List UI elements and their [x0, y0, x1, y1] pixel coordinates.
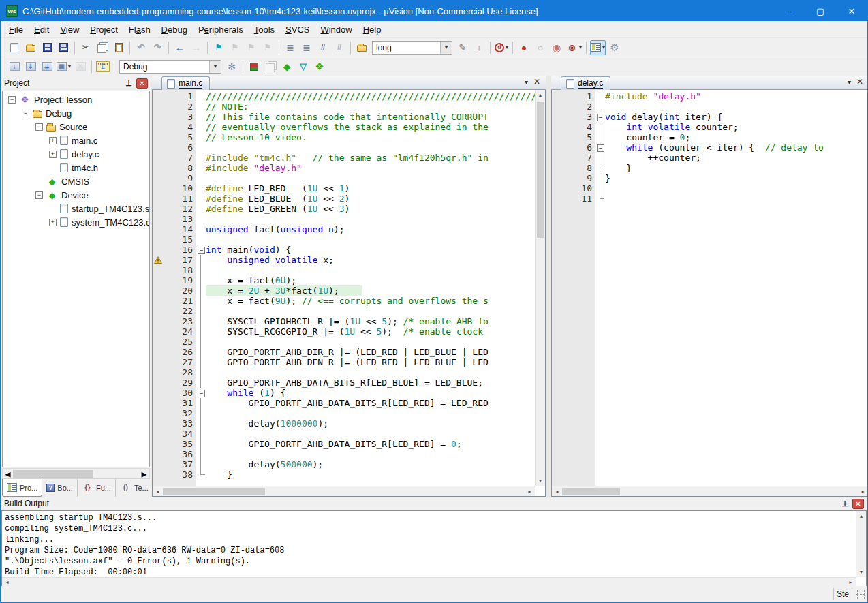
scrollbar-thumb[interactable] — [13, 470, 93, 478]
search-term-combo[interactable]: long▾ — [372, 41, 452, 55]
tree-item-main-c[interactable]: +main.c — [3, 134, 149, 147]
project-panel-close-button[interactable]: ✕ — [136, 78, 148, 89]
code-line[interactable]: 6 while (counter < iter) { // delay lo — [552, 142, 868, 153]
build-output-hscrollbar[interactable]: ◂ ▸ — [2, 577, 856, 586]
tab-close-icon[interactable]: ✕ — [856, 77, 863, 87]
code-line[interactable]: 20 x = 2U + 3U*fact(1U); — [153, 285, 535, 296]
wrench-button[interactable]: ⚙ — [607, 40, 622, 55]
code-area-right[interactable]: 1#include "delay.h"23void delay(int iter… — [552, 90, 868, 486]
editor-main-hscrollbar[interactable]: ◂ ▸ — [153, 486, 535, 496]
tab-close-icon[interactable]: ✕ — [533, 77, 540, 87]
breakpoint-toggle-all-button[interactable]: ◉ — [549, 40, 564, 55]
tab-delay-c[interactable]: delay.c — [561, 76, 610, 90]
menu-view[interactable]: View — [55, 22, 84, 37]
code-line[interactable]: 8#include "delay.h" — [153, 163, 535, 173]
code-line[interactable]: 16int main(void) { — [153, 245, 535, 255]
code-line[interactable]: 28 — [153, 367, 535, 377]
copy-button[interactable] — [95, 40, 110, 55]
chevron-down-icon[interactable]: ▾ — [440, 42, 452, 54]
bookmark-prev-button[interactable]: ⚑ — [228, 40, 243, 55]
code-line[interactable]: 32 — [153, 408, 535, 418]
bookmark-toggle-button[interactable]: ⚑ — [211, 40, 226, 55]
resize-grip[interactable] — [855, 589, 866, 600]
panel-tab-fu[interactable]: {}Fu... — [78, 479, 116, 497]
tree-expander[interactable]: + — [49, 219, 57, 226]
code-line[interactable]: 11 — [552, 194, 868, 204]
scroll-right-icon[interactable]: ▸ — [858, 486, 868, 497]
code-line[interactable]: 21 x = fact(9U); // <== corrupts and ove… — [153, 296, 535, 306]
menu-help[interactable]: Help — [358, 22, 387, 37]
build-button[interactable] — [23, 59, 38, 74]
code-line[interactable]: 29 GPIO_PORTF_AHB_DATA_BITS_R[LED_BLUE] … — [153, 377, 535, 388]
fold-marker[interactable] — [196, 245, 206, 255]
breakpoint-kill-all-button[interactable]: ⊗▾ — [565, 40, 583, 55]
panel-tab-pro[interactable]: Pro... — [2, 479, 42, 497]
scroll-left-icon[interactable]: ◂ — [3, 469, 13, 479]
paste-button[interactable] — [111, 40, 126, 55]
code-line[interactable]: 13 — [153, 214, 535, 224]
new-file-button[interactable] — [7, 40, 22, 55]
tree-expander[interactable]: − — [35, 123, 43, 131]
code-line[interactable]: 15 — [153, 234, 535, 245]
code-line[interactable]: 19 x = fact(0U); — [153, 275, 535, 285]
redo-button[interactable]: ↷ — [150, 40, 165, 55]
menu-edit[interactable]: Edit — [29, 22, 55, 37]
code-line[interactable]: 12#define LED_GREEN (1U << 3) — [153, 204, 535, 214]
menu-project[interactable]: Project — [84, 22, 123, 37]
cut-button[interactable]: ✂ — [78, 40, 93, 55]
target-select-combo[interactable]: Debug▾ — [119, 60, 221, 74]
tree-item-tm4c-h[interactable]: tm4c.h — [3, 161, 149, 174]
menu-svcs[interactable]: SVCS — [280, 22, 315, 37]
tree-expander[interactable]: + — [49, 151, 57, 158]
chevron-down-icon[interactable]: ▾ — [209, 61, 221, 73]
code-line[interactable]: 11#define LED_BLUE (1U << 2) — [153, 194, 535, 204]
open-folder-button[interactable] — [23, 40, 38, 55]
funnel-button[interactable]: ▽ — [296, 59, 311, 74]
pin-icon[interactable]: ⊥ — [123, 78, 134, 89]
bookmark-clear-button[interactable]: ⚑ — [260, 40, 275, 55]
tree-expander[interactable]: + — [49, 137, 57, 144]
save-all-button[interactable] — [56, 40, 71, 55]
indent-button[interactable]: ≣ — [283, 40, 298, 55]
outdent-button[interactable]: ≣ — [299, 40, 314, 55]
editor-right-hscrollbar[interactable]: ◂ ▸ — [552, 486, 868, 496]
bookmark-next-button[interactable]: ⚑ — [244, 40, 259, 55]
load-button[interactable] — [95, 59, 110, 74]
fold-marker[interactable] — [595, 142, 605, 153]
code-line[interactable]: 36 — [153, 449, 535, 459]
code-area-main[interactable]: 1///////////////////////////////////////… — [153, 90, 535, 486]
project-hscrollbar[interactable]: ◂ ▸ — [2, 468, 150, 479]
editor-splitter[interactable] — [546, 76, 551, 497]
incremental-search-button[interactable]: ↓ — [471, 40, 486, 55]
breakpoint-button[interactable]: ● — [516, 40, 531, 55]
tab-list-dropdown-icon[interactable]: ▾ — [848, 78, 851, 86]
code-line[interactable]: 9} — [552, 173, 868, 183]
scroll-right-icon[interactable]: ▸ — [139, 469, 149, 479]
search-edit-button[interactable]: ✎ — [455, 40, 470, 55]
nav-forward-button[interactable]: → — [189, 40, 204, 55]
editor-main-vscrollbar[interactable]: ▴ ▾ — [535, 90, 545, 486]
scroll-up-icon[interactable]: ▴ — [856, 511, 867, 521]
scroll-down-icon[interactable]: ▾ — [856, 567, 867, 577]
scrollbar-thumb[interactable] — [562, 488, 620, 495]
code-line[interactable]: 10 — [552, 183, 868, 194]
code-line[interactable]: 4// eventually overflows the stack as ex… — [153, 122, 535, 132]
scroll-up-icon[interactable]: ▴ — [536, 90, 546, 100]
code-line[interactable]: 1///////////////////////////////////////… — [153, 91, 535, 102]
nav-back-button[interactable]: ← — [172, 40, 187, 55]
code-line[interactable]: 17 unsigned volatile x; — [153, 255, 535, 265]
code-line[interactable]: 3void delay(int iter) { — [552, 112, 868, 122]
code-line[interactable]: 7#include "tm4c.h" // the same as "lm4f1… — [153, 153, 535, 163]
tree-item-device[interactable]: −◆Device — [3, 188, 149, 202]
menu-file[interactable]: File — [3, 22, 29, 37]
save-button[interactable] — [40, 40, 55, 55]
target-options-button[interactable]: ✻ — [224, 59, 239, 74]
scroll-left-icon[interactable]: ◂ — [2, 577, 12, 587]
diamond-grid-button[interactable]: ❖ — [312, 59, 327, 74]
code-line[interactable]: 34 — [153, 429, 535, 439]
code-line[interactable]: 5 counter = 0; — [552, 132, 868, 142]
tree-item-source[interactable]: −Source — [3, 120, 149, 134]
window-layout-button[interactable]: ▾ — [590, 40, 606, 55]
scroll-down-icon[interactable]: ▾ — [536, 476, 546, 486]
maximize-button[interactable]: ▢ — [805, 1, 836, 21]
